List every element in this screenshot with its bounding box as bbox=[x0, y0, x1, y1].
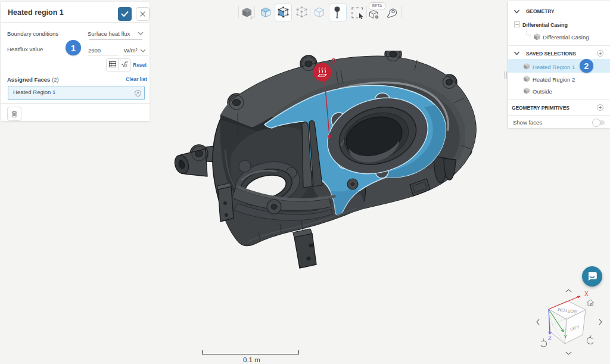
svg-text:0.1 m: 0.1 m bbox=[243, 356, 260, 363]
svg-text:2: 2 bbox=[331, 57, 336, 66]
svg-text:Y: Y bbox=[564, 333, 568, 340]
svg-text:X: X bbox=[584, 291, 589, 297]
svg-text:x: x bbox=[125, 63, 127, 67]
svg-text:Z: Z bbox=[548, 335, 552, 341]
